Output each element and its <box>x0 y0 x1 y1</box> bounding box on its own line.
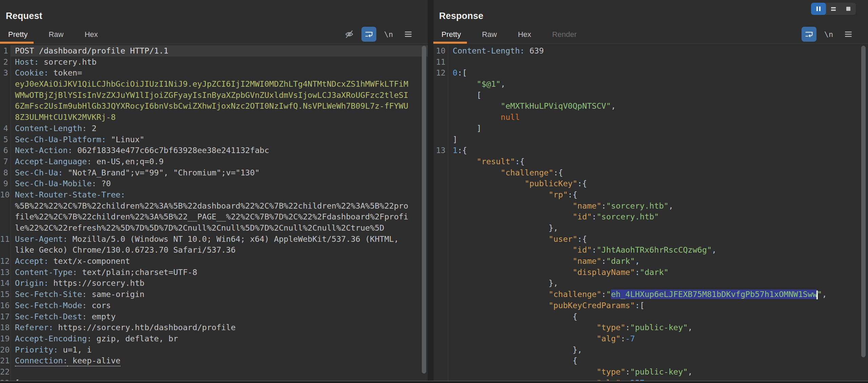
code-line[interactable]: [ <box>433 90 868 101</box>
code-line[interactable]: ] <box>433 123 868 134</box>
code-line[interactable]: 10Content-Length: 639 <box>433 45 868 57</box>
code-line[interactable]: 8Sec-Ch-Ua: "Not?A_Brand";v="99", "Chrom… <box>0 167 428 178</box>
line-number: 15 <box>0 289 11 300</box>
code-line[interactable]: file%22%2C%7B%22children%22%3A%5B%22__PA… <box>0 211 428 222</box>
code-line[interactable]: "id":"sorcery.htb" <box>433 211 868 222</box>
response-tab-hex[interactable]: Hex <box>518 25 531 43</box>
response-tab-raw[interactable]: Raw <box>482 25 497 43</box>
line-content: "id":"JhtAaohTRx6hrRscCQzw6g", <box>448 244 868 256</box>
code-line[interactable]: "eMXTkHuLPViqV0QpNTSCV", <box>433 101 868 112</box>
code-line[interactable]: "$@1", <box>433 79 868 90</box>
word-wrap-toggle-button[interactable] <box>802 27 816 42</box>
line-content: "$@1", <box>448 79 868 90</box>
code-line[interactable]: 12Accept: text/x-component <box>0 256 428 267</box>
line-number: 14 <box>0 278 11 289</box>
line-number <box>0 211 11 222</box>
code-line[interactable]: 131:{ <box>433 145 868 156</box>
line-number: 13 <box>433 145 448 156</box>
code-line[interactable]: 9Sec-Ch-Ua-Mobile: ?0 <box>0 178 428 189</box>
code-line[interactable]: like Gecko) Chrome/130.0.6723.70 Safari/… <box>0 244 428 256</box>
code-line[interactable]: 6Next-Action: 062f18334e477c66c7bf63928e… <box>0 145 428 156</box>
code-line[interactable]: "id":"JhtAaohTRx6hrRscCQzw6g", <box>433 244 868 256</box>
code-line[interactable]: 22 <box>0 366 428 378</box>
code-line[interactable]: 11 <box>433 57 868 68</box>
code-line[interactable]: le%22%2C%22refresh%22%5D%7D%5D%7D%2Cnull… <box>0 222 428 234</box>
code-line[interactable]: 14Origin: https://sorcery.htb <box>0 278 428 289</box>
line-number: 7 <box>0 156 11 167</box>
line-content: Cookie: token= <box>11 67 428 79</box>
code-line[interactable]: "type":"public-key", <box>433 366 868 378</box>
line-number <box>433 366 448 378</box>
code-line[interactable]: ] <box>433 134 868 145</box>
line-number <box>0 79 11 90</box>
code-line[interactable]: "publicKey":{ <box>433 178 868 189</box>
code-line[interactable]: 16Sec-Fetch-Mode: cors <box>0 300 428 311</box>
show-newlines-button[interactable]: \n <box>821 27 836 42</box>
code-line[interactable]: 2Host: sorcery.htb <box>0 57 428 68</box>
code-line[interactable]: 18Referer: https://sorcery.htb/dashboard… <box>0 322 428 333</box>
hide-data-button[interactable] <box>342 27 357 42</box>
code-line[interactable]: 8Z3ULMHtCU1VK2MVKRj-8 <box>0 112 428 123</box>
line-content: like Gecko) Chrome/130.0.6723.70 Safari/… <box>11 244 428 256</box>
code-line[interactable]: eyJ0eXAiOiJKV1QiLCJhbGciOiJIUzI1NiJ9.eyJ… <box>0 79 428 90</box>
request-tab-hex[interactable]: Hex <box>84 25 98 43</box>
request-editor-menu-button[interactable] <box>401 27 416 42</box>
code-line[interactable]: "name":"sorcery.htb", <box>433 200 868 212</box>
code-line[interactable]: "pubKeyCredParams":[ <box>433 300 868 311</box>
line-content: file%22%2C%7B%22children%22%3A%5B%22__PA… <box>11 211 428 222</box>
code-line[interactable]: { <box>433 355 868 366</box>
code-line[interactable]: 20Priority: u=1, i <box>0 344 428 356</box>
response-scrollbar-thumb[interactable] <box>861 46 866 357</box>
word-wrap-toggle-button[interactable] <box>361 27 376 42</box>
code-line[interactable]: "rp":{ <box>433 189 868 200</box>
code-line[interactable]: "displayName":"dark" <box>433 267 868 278</box>
request-tab-pretty[interactable]: Pretty <box>8 25 27 43</box>
response-tab-pretty[interactable]: Pretty <box>441 25 461 43</box>
response-editor-menu-button[interactable] <box>841 27 856 42</box>
code-line[interactable]: "user":{ <box>433 234 868 245</box>
line-number: 6 <box>0 145 11 156</box>
response-editor[interactable]: 10Content-Length: 63911120:[ "$@1", [ "e… <box>433 44 868 383</box>
line-content: "alg":-7 <box>448 333 868 344</box>
code-line[interactable]: WMwOTBjZjBlYSIsInVzZXJuYW1lIjoiZGFyayIsI… <box>0 90 428 101</box>
response-header: Response Pretty Raw Hex Render \n <box>433 0 868 44</box>
request-scrollbar-thumb[interactable] <box>422 46 426 374</box>
code-line[interactable]: }, <box>433 222 868 234</box>
code-line[interactable]: "challenge":{ <box>433 167 868 178</box>
line-number <box>433 355 448 366</box>
code-line[interactable]: null <box>433 112 868 123</box>
code-line[interactable]: }, <box>433 278 868 289</box>
code-line[interactable]: 3Cookie: token= <box>0 67 428 79</box>
line-number <box>433 112 448 123</box>
code-line[interactable]: 10Next-Router-State-Tree: <box>0 189 428 200</box>
line-content: 8Z3ULMHtCU1VK2MVKRj-8 <box>11 112 428 123</box>
code-line[interactable]: "name":"dark", <box>433 256 868 267</box>
code-line[interactable]: 4Content-Length: 2 <box>0 123 428 134</box>
code-line[interactable]: 15Sec-Fetch-Site: same-origin <box>0 289 428 300</box>
code-line[interactable]: 7Accept-Language: en-US,en;q=0.9 <box>0 156 428 167</box>
request-tab-raw[interactable]: Raw <box>48 25 63 43</box>
code-line[interactable]: 1POST /dashboard/profile HTTP/1.1 <box>0 45 428 57</box>
code-line[interactable]: { <box>433 311 868 322</box>
code-line[interactable]: 19Accept-Encoding: gzip, deflate, br <box>0 333 428 344</box>
code-line[interactable]: %5B%22%22%2C%7B%22children%22%3A%5B%22da… <box>0 200 428 212</box>
code-line[interactable]: 5Sec-Ch-Ua-Platform: "Linux" <box>0 134 428 145</box>
code-line[interactable]: 13Content-Type: text/plain;charset=UTF-8 <box>0 267 428 278</box>
request-editor[interactable]: 1POST /dashboard/profile HTTP/1.12Host: … <box>0 44 428 383</box>
code-line[interactable]: 17Sec-Fetch-Dest: empty <box>0 311 428 322</box>
code-line[interactable]: "alg":-7 <box>433 333 868 344</box>
code-line[interactable]: "result":{ <box>433 156 868 167</box>
code-line[interactable]: 6ZmFsc2UsIm9ubHlGb3JQYXRocyI6bnVsbCwiZXh… <box>0 101 428 112</box>
code-line[interactable]: "type":"public-key", <box>433 322 868 333</box>
code-line[interactable]: 120:[ <box>433 67 868 79</box>
line-number <box>433 267 448 278</box>
line-number: 19 <box>0 333 11 344</box>
code-line[interactable]: "challenge":"eh_4LHXup6eLJFEXB75M81bDKvf… <box>433 289 868 300</box>
show-newlines-button[interactable]: \n <box>381 27 396 42</box>
code-line[interactable]: 11User-Agent: Mozilla/5.0 (Windows NT 10… <box>0 234 428 245</box>
code-line[interactable]: }, <box>433 344 868 356</box>
line-content: 0:[ <box>448 67 868 79</box>
code-line[interactable]: 21Connection: keep-alive <box>0 355 428 366</box>
line-content: "result":{ <box>448 156 868 167</box>
panel-splitter[interactable] <box>428 0 433 383</box>
